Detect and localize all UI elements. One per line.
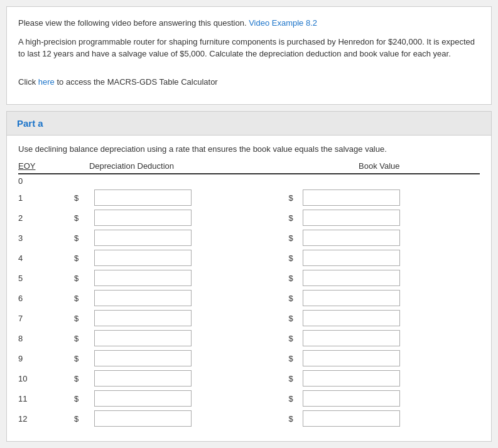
part-a-section: Part a Use declining balance depreciatio… [6, 111, 492, 442]
depreciation-table: EOY Depreciation Deduction Book Value 0 … [18, 161, 480, 429]
book-value-input[interactable] [303, 370, 400, 387]
book-value-input[interactable] [303, 290, 400, 306]
dep-input-cell [94, 308, 279, 328]
dep-input-cell [94, 188, 279, 208]
dollar-sign-bv: $ [279, 328, 303, 348]
macrs-prefix: Click [18, 77, 36, 87]
macrs-suffix: to access the MACRS-GDS Table Calculator [57, 77, 217, 87]
depreciation-input[interactable] [94, 250, 192, 266]
dollar-sign-dep: $ [70, 348, 94, 368]
dollar-sign-bv: $ [279, 308, 303, 328]
book-value-input[interactable] [303, 350, 400, 366]
eoy-cell: 0 [18, 174, 70, 188]
bv-input-cell [303, 328, 480, 348]
table-row: 12 $ $ [18, 408, 480, 429]
dollar-sign-dep: $ [70, 188, 94, 208]
col-header-book-value: Book Value [279, 161, 480, 174]
book-value-input[interactable] [303, 390, 400, 407]
book-value-input[interactable] [303, 230, 400, 246]
dollar-sign-dep: $ [70, 228, 94, 248]
table-row: 10 $ $ [18, 368, 480, 388]
dep-input-cell [94, 328, 279, 348]
macrs-instruction: Click here to access the MACRS-GDS Table… [18, 76, 480, 88]
depreciation-input[interactable] [94, 370, 192, 387]
eoy-cell: 8 [18, 328, 70, 348]
depreciation-input[interactable] [94, 290, 192, 306]
eoy-cell: 4 [18, 248, 70, 268]
depreciation-input[interactable] [94, 270, 192, 286]
dollar-sign-dep: $ [70, 308, 94, 328]
dollar-sign-dep: $ [70, 268, 94, 288]
bv-input-cell [303, 268, 480, 288]
depreciation-input[interactable] [94, 230, 192, 246]
dollar-sign-bv: $ [279, 368, 303, 388]
bv-input-cell [303, 208, 480, 228]
depreciation-input[interactable] [94, 189, 192, 206]
bv-input-cell [303, 188, 480, 208]
dollar-sign-dep: $ [70, 248, 94, 268]
dollar-sign-bv: $ [279, 208, 303, 228]
depreciation-input[interactable] [94, 210, 192, 226]
dollar-sign-dep: $ [70, 388, 94, 408]
dollar-sign-bv: $ [279, 228, 303, 248]
part-a-content: Use declining balance depreciation using… [7, 136, 491, 441]
table-row: 5 $ $ [18, 268, 480, 288]
dep-input-cell [94, 408, 279, 429]
dep-input-cell [94, 268, 279, 288]
eoy-cell: 11 [18, 388, 70, 408]
table-row: 6 $ $ [18, 288, 480, 308]
dep-input-cell [94, 288, 279, 308]
bv-input-cell [303, 348, 480, 368]
dep-input-cell [94, 348, 279, 368]
eoy-cell: 9 [18, 348, 70, 368]
table-row: 7 $ $ [18, 308, 480, 328]
eoy-cell: 12 [18, 408, 70, 429]
dollar-sign-bv: $ [279, 288, 303, 308]
bv-input-cell [303, 308, 480, 328]
dep-input-cell [94, 368, 279, 388]
book-value-input[interactable] [303, 410, 400, 427]
part-a-header: Part a [7, 112, 491, 136]
dollar-sign-bv: $ [279, 188, 303, 208]
bv-input-cell [303, 408, 480, 429]
depreciation-input[interactable] [94, 310, 192, 326]
dollar-sign-bv: $ [279, 268, 303, 288]
video-instruction-prefix: Please view the following video before a… [18, 18, 247, 28]
dollar-sign-dep: $ [70, 288, 94, 308]
dollar-sign-bv: $ [279, 408, 303, 429]
dep-input-cell [94, 388, 279, 408]
top-info-box: Please view the following video before a… [6, 6, 492, 105]
table-row: 0 [18, 174, 480, 188]
video-example-link[interactable]: Video Example 8.2 [249, 18, 317, 28]
book-value-input[interactable] [303, 270, 400, 286]
depreciation-input[interactable] [94, 330, 192, 346]
dollar-sign-dep: $ [70, 208, 94, 228]
bv-input-cell [303, 368, 480, 388]
page-wrapper: Please view the following video before a… [0, 0, 498, 448]
book-value-input[interactable] [303, 250, 400, 266]
depreciation-input[interactable] [94, 410, 192, 427]
book-value-input[interactable] [303, 189, 400, 206]
dep-input-cell [94, 208, 279, 228]
book-value-input[interactable] [303, 210, 400, 226]
part-a-label: Part a [17, 118, 43, 129]
table-row: 9 $ $ [18, 348, 480, 368]
table-row: 2 $ $ [18, 208, 480, 228]
eoy-cell: 1 [18, 188, 70, 208]
book-value-input[interactable] [303, 310, 400, 326]
dollar-sign-dep: $ [70, 368, 94, 388]
table-row: 3 $ $ [18, 228, 480, 248]
part-a-instruction: Use declining balance depreciation using… [18, 144, 480, 154]
dollar-sign-bv: $ [279, 348, 303, 368]
depreciation-input[interactable] [94, 350, 192, 366]
table-row: 11 $ $ [18, 388, 480, 408]
table-row: 1 $ $ [18, 188, 480, 208]
eoy-cell: 10 [18, 368, 70, 388]
eoy-cell: 3 [18, 228, 70, 248]
col-header-depreciation: Depreciation Deduction [70, 161, 279, 174]
macrs-link[interactable]: here [38, 77, 55, 87]
eoy-cell: 6 [18, 288, 70, 308]
depreciation-input[interactable] [94, 390, 192, 407]
book-value-input[interactable] [303, 330, 400, 346]
eoy-cell: 2 [18, 208, 70, 228]
